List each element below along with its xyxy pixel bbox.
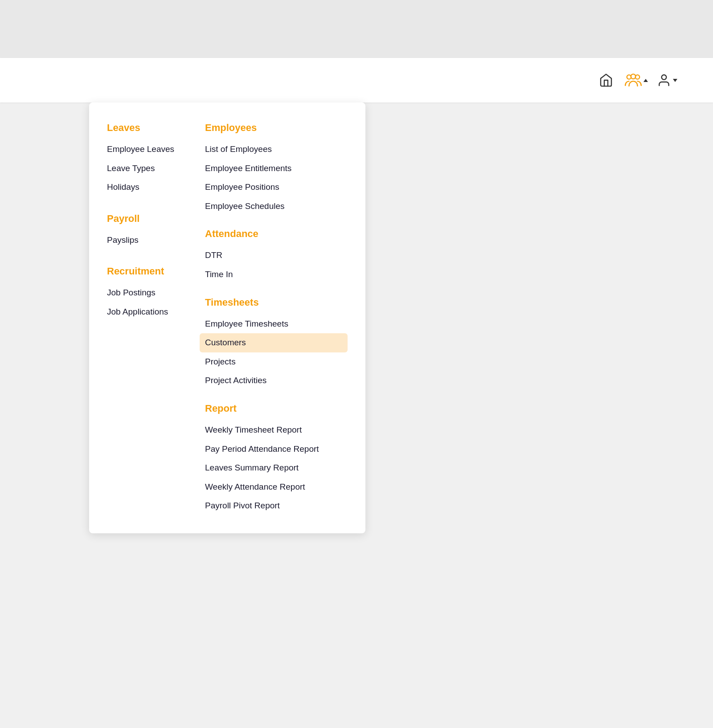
- home-button[interactable]: [596, 70, 616, 90]
- top-gray-bg: [0, 0, 713, 58]
- menu-item-payroll-pivot-report[interactable]: Payroll Pivot Report: [205, 496, 348, 515]
- team-menu-arrow: [643, 79, 648, 82]
- menu-item-time-in[interactable]: Time In: [205, 265, 348, 284]
- user-menu-arrow: [673, 79, 677, 82]
- leaves-section-header: Leaves: [107, 122, 205, 134]
- menu-item-employee-positions[interactable]: Employee Positions: [205, 178, 348, 197]
- attendance-section-header: Attendance: [205, 228, 348, 240]
- left-column: Leaves Employee Leaves Leave Types Holid…: [107, 120, 205, 515]
- header-bar: [0, 58, 713, 102]
- right-column: Employees List of Employees Employee Ent…: [205, 120, 348, 515]
- menu-item-pay-period-attendance-report[interactable]: Pay Period Attendance Report: [205, 440, 348, 459]
- menu-item-job-postings[interactable]: Job Postings: [107, 283, 205, 303]
- menu-item-job-applications[interactable]: Job Applications: [107, 303, 205, 322]
- bottom-gray-bg: [0, 566, 713, 728]
- report-section-header: Report: [205, 403, 348, 414]
- menu-item-weekly-attendance-report[interactable]: Weekly Attendance Report: [205, 478, 348, 497]
- team-menu-button[interactable]: [625, 73, 648, 88]
- menu-item-leave-types[interactable]: Leave Types: [107, 159, 205, 178]
- menu-item-project-activities[interactable]: Project Activities: [205, 371, 348, 390]
- recruitment-section-header: Recruitment: [107, 266, 205, 277]
- menu-item-leaves-summary-report[interactable]: Leaves Summary Report: [205, 458, 348, 478]
- menu-item-dtr[interactable]: DTR: [205, 246, 348, 265]
- header-icons: [596, 70, 677, 90]
- menu-item-employee-leaves[interactable]: Employee Leaves: [107, 140, 205, 159]
- svg-point-3: [662, 75, 667, 80]
- menu-item-customers[interactable]: Customers: [200, 333, 348, 352]
- menu-item-employee-entitlements[interactable]: Employee Entitlements: [205, 159, 348, 178]
- menu-item-holidays[interactable]: Holidays: [107, 178, 205, 197]
- menu-item-list-of-employees[interactable]: List of Employees: [205, 140, 348, 159]
- menu-item-employee-timesheets[interactable]: Employee Timesheets: [205, 315, 348, 334]
- menu-item-weekly-timesheet-report[interactable]: Weekly Timesheet Report: [205, 421, 348, 440]
- user-menu-button[interactable]: [657, 73, 677, 87]
- employees-section-header: Employees: [205, 122, 348, 134]
- menu-item-employee-schedules[interactable]: Employee Schedules: [205, 197, 348, 216]
- timesheets-section-header: Timesheets: [205, 297, 348, 308]
- menu-item-payslips[interactable]: Payslips: [107, 231, 205, 250]
- dropdown-menu: Leaves Employee Leaves Leave Types Holid…: [89, 102, 365, 533]
- payroll-section-header: Payroll: [107, 213, 205, 225]
- menu-item-projects[interactable]: Projects: [205, 352, 348, 372]
